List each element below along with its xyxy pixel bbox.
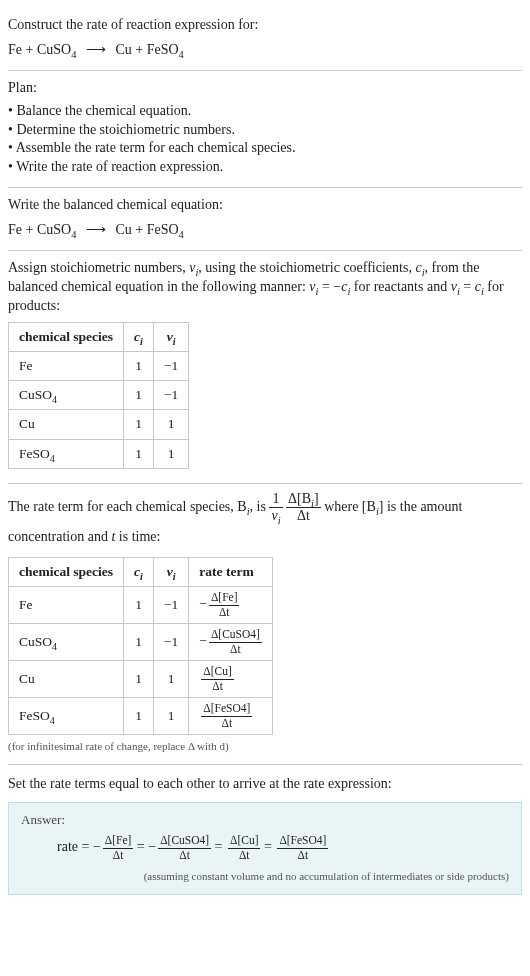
rate-term-section: The rate term for each chemical species,… [8,484,522,765]
balanced-section: Write the balanced chemical equation: Fe… [8,188,522,251]
reactant-1: Fe [8,42,22,57]
table-row: Fe 1 −1 [9,351,189,380]
col-nu: νi [153,322,188,351]
unbalanced-equation: Fe + CuSO4 ⟶ Cu + FeSO4 [8,41,522,60]
stoich-intro: Assign stoichiometric numbers, νi, using… [8,259,522,316]
rate-intro: The rate term for each chemical species,… [8,492,522,551]
col-species: chemical species [9,322,124,351]
table-row: Cu 1 1 [9,410,189,439]
table-row: CuSO4 1 −1 [9,381,189,410]
col-c: ci [124,322,154,351]
reactant-2: CuSO4 [37,42,76,57]
plan-section: Plan: Balance the chemical equation. Det… [8,71,522,188]
plan-item: Assemble the rate term for each chemical… [8,139,522,158]
reaction-arrow-icon: ⟶ [80,41,112,60]
balanced-equation: Fe + CuSO4 ⟶ Cu + FeSO4 [8,221,522,240]
reaction-arrow-icon: ⟶ [80,221,112,240]
stoich-section: Assign stoichiometric numbers, νi, using… [8,251,522,484]
final-section: Set the rate terms equal to each other t… [8,775,522,895]
plan-item: Determine the stoichiometric numbers. [8,121,522,140]
table-header-row: chemical species ci νi [9,322,189,351]
table2-note: (for infinitesimal rate of change, repla… [8,739,522,754]
balanced-label: Write the balanced chemical equation: [8,196,522,215]
rate-term-table: chemical species ci νi rate term Fe 1 −1… [8,557,273,735]
table-header-row: chemical species ci νi rate term [9,557,273,586]
answer-box: Answer: rate = −Δ[Fe]Δt = −Δ[CuSO4]Δt = … [8,802,522,895]
table-row: Fe 1 −1 −Δ[Fe]Δt [9,587,273,624]
product-1: Cu [115,42,131,57]
answer-label: Answer: [21,811,509,829]
answer-expression: rate = −Δ[Fe]Δt = −Δ[CuSO4]Δt = Δ[Cu]Δt … [21,832,509,863]
table-row: CuSO4 1 −1 −Δ[CuSO4]Δt [9,624,273,661]
prompt-text: Construct the rate of reaction expressio… [8,16,522,35]
dBi-dt: Δ[Bi] Δt [286,492,321,523]
plan-label: Plan: [8,79,522,98]
prompt-section: Construct the rate of reaction expressio… [8,8,522,71]
table-row: Cu 1 1 Δ[Cu]Δt [9,661,273,698]
answer-note: (assuming constant volume and no accumul… [21,869,509,884]
table-row: FeSO4 1 1 Δ[FeSO4]Δt [9,698,273,735]
table-row: FeSO4 1 1 [9,439,189,468]
plan-item: Write the rate of reaction expression. [8,158,522,177]
stoich-table: chemical species ci νi Fe 1 −1 CuSO4 1 −… [8,322,189,469]
plan-list: Balance the chemical equation. Determine… [8,102,522,178]
plan-item: Balance the chemical equation. [8,102,522,121]
one-over-nu: 1 νi [269,492,282,523]
final-label: Set the rate terms equal to each other t… [8,775,522,794]
product-2: FeSO4 [147,42,184,57]
